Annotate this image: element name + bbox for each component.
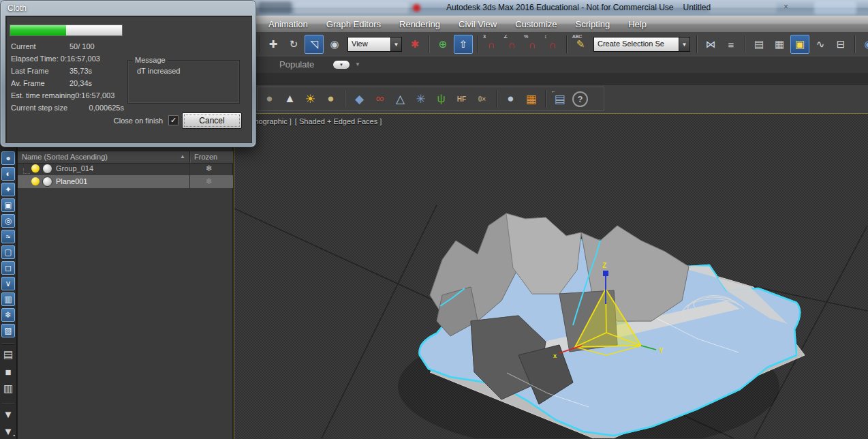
ribbon-tab-populate[interactable]: Populate [279,59,314,70]
reference-coordinate-system-dropdown[interactable]: View▼ [347,37,402,52]
viewport-labels: [ Orthographic ] [ Shaded + Edged Faces … [240,117,382,125]
percent-snap-button-glyph: ∩ [529,39,536,50]
display-bones-filter[interactable]: ∨ [1,277,15,290]
display-shapes-filter[interactable]: ◐ [1,167,15,181]
stat-row: Est. time remaining0:16:57,003 [11,89,124,102]
straw-icon[interactable]: 0× [473,90,491,108]
pyramid-helper-icon[interactable]: △ [391,90,409,108]
chevron-down-icon[interactable]: ▼ [390,37,401,51]
filter-funnel-button[interactable]: ▼ [1,407,15,421]
chevron-down-icon[interactable]: ▼ [679,37,689,51]
blank-view-button[interactable]: ■ [1,365,15,378]
column-divider[interactable] [189,151,190,163]
mirror-button[interactable]: ⋈ [701,35,720,54]
visibility-bulb-icon[interactable] [31,164,40,172]
object-name[interactable]: Plane001 [56,177,88,185]
manage-layers-button[interactable]: ▦ [770,35,789,54]
toolbar-separator [477,35,478,53]
select-and-scale-button[interactable]: ◹ [305,35,324,54]
ribbon-minimize-button[interactable]: ▼ [333,61,350,69]
message-legend: Message [133,56,168,64]
spinner-snap-button[interactable]: ∩↕ [543,35,562,54]
keyboard-shortcut-override-button[interactable]: ⇧ [454,35,473,54]
curve-editor-button[interactable]: ∿ [811,35,830,54]
display-containers-filter[interactable]: ▥ [1,292,15,306]
rock-icon[interactable]: ✳ [412,90,430,108]
edit-named-selection-sets-button-glyph: ✎ [576,38,585,50]
select-and-rotate-button[interactable]: ↻ [284,35,303,54]
layer-properties-button[interactable]: ▤ [749,35,769,54]
material-grid-icon[interactable]: ▦ [522,90,540,108]
angle-snap-button[interactable]: ∩∠ [502,35,521,54]
help-icon[interactable]: ? [571,90,589,108]
schematic-view-button[interactable]: ⊟ [831,35,850,54]
column-header-name[interactable]: Name (Sorted Ascending) [22,153,108,161]
menu-graph-editors[interactable]: Graph Editors [326,19,381,29]
menu-scripting[interactable]: Scripting [576,19,610,29]
compact-list-view-button[interactable]: ▥ [1,382,15,395]
stat-label: Elapsed Time: [11,55,61,63]
close-on-finish-checkbox[interactable]: ✓ [168,115,179,125]
display-frozen-filter[interactable]: ❄ [1,308,15,322]
named-selection-sets-dropdown[interactable]: Create Selection Se▼ [593,37,690,52]
render-setup-button[interactable]: ◉ [859,35,868,54]
metaball-icon-glyph: ∞ [375,92,384,106]
toolbar-separator [545,90,546,108]
align-button[interactable]: ≡ [722,35,741,54]
selection-filter-funnel-button-badge: ▪ [14,433,15,438]
terrain-icon[interactable]: ▲ [281,90,299,108]
display-space-warps-filter[interactable]: ≈ [1,230,15,243]
particle-array-icon-glyph: ◆ [355,92,364,106]
percent-snap-button[interactable]: ∩% [523,35,542,54]
toolbar-separator [345,90,345,108]
viewport-shading-label[interactable]: [ Shaded + Edged Faces ] [295,117,382,125]
column-header-frozen[interactable]: Frozen [194,153,217,161]
teapot-icon[interactable]: ● [260,90,279,108]
menu-rendering[interactable]: Rendering [399,19,440,29]
menu-customize[interactable]: Customize [515,19,557,29]
particle-array-icon[interactable]: ◆ [350,90,369,108]
scene-converter-icon[interactable]: ▤← [551,90,569,108]
select-and-place-button[interactable]: ◉ [325,35,344,54]
metaball-icon[interactable]: ∞ [371,90,389,108]
grass-icon[interactable]: ψ [432,90,450,108]
display-lights-filter[interactable]: ✦ [1,183,15,196]
cancel-button[interactable]: Cancel [182,112,242,129]
viewport-3d-scene: Z Y x [234,114,867,438]
frozen-snowflake-icon[interactable]: ❄ [206,177,213,186]
use-pivot-point-center-button[interactable]: ✱ [405,35,424,54]
table-row-plane001[interactable]: Plane001❄ [18,175,233,188]
display-cameras-filter[interactable]: ▣ [1,198,15,212]
snap-toggle-3d-button[interactable]: ∩3 [482,35,501,54]
display-hidden-filter[interactable]: ▨ [1,324,15,337]
geosphere-icon[interactable]: ● [322,90,340,108]
select-and-manipulate-button[interactable]: ⊕ [433,35,452,54]
axis-z-label: Z [602,262,606,269]
sunlight-icon[interactable]: ☀ [301,90,320,108]
ribbon-options-caret[interactable]: ▼ [355,61,360,67]
display-groups-filter[interactable]: ▢ [1,245,15,259]
viewport-canvas[interactable]: Z Y x [ Orthographic ] [ Shaded + Edged … [234,113,868,439]
dialog-titlebar[interactable]: Cloth [7,3,27,13]
select-and-move-button[interactable]: ✚ [264,35,283,54]
object-name[interactable]: Group_014 [56,164,93,172]
selection-filter-funnel-button[interactable]: ▼▪ [1,424,15,438]
sphere-icon[interactable]: ● [501,90,520,108]
display-geometry-filter[interactable]: ● [1,151,15,165]
display-selection-filter[interactable]: ◻ [1,261,15,275]
menu-civil-view[interactable]: Civil View [459,19,497,29]
spinner-snap-button-glyph: ∩ [549,39,557,50]
visibility-bulb-icon[interactable] [31,177,40,185]
frozen-snowflake-icon[interactable]: ❄ [206,164,213,173]
menu-help[interactable]: Help [628,19,647,29]
named-selection-sets-dropdown-value: Create Selection Se [594,37,679,51]
menu-items: AnimationGraph EditorsRenderingCivil Vie… [268,16,647,32]
edit-named-selection-sets-button[interactable]: ✎ABC [571,35,590,54]
scene-explorer-button[interactable]: ▣ [790,35,809,54]
layer-list-view-button[interactable]: ▤ [1,348,15,361]
menu-animation[interactable]: Animation [268,19,308,29]
hair-fur-icon[interactable]: HF [452,90,471,108]
table-row-group_014[interactable]: Group_014❄ [18,162,233,175]
sphere-icon-glyph: ● [507,92,514,106]
display-helpers-filter[interactable]: ◎ [1,214,15,228]
